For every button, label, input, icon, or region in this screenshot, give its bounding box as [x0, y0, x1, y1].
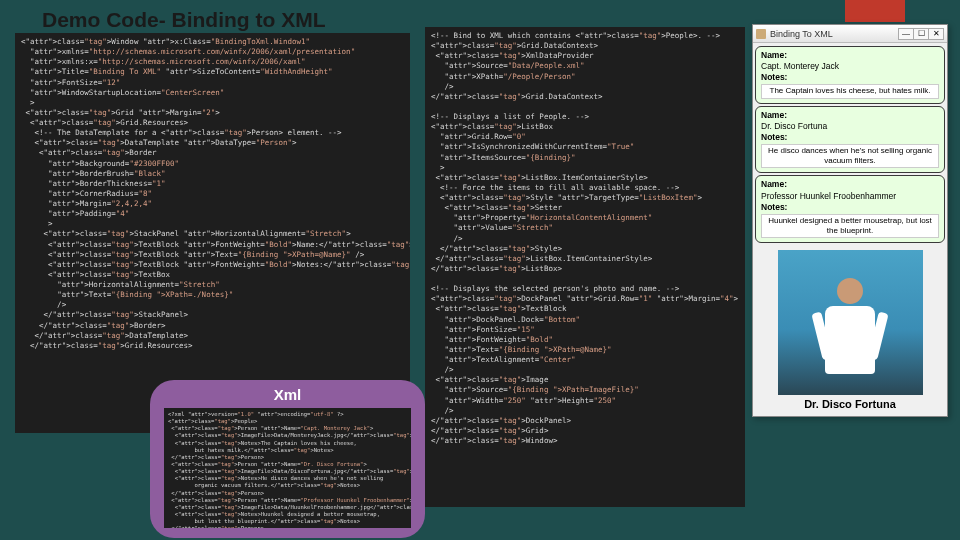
list-item[interactable]: Name: Capt. Monterey Jack Notes: The Cap…: [755, 46, 945, 104]
selected-person-caption: Dr. Disco Fortuna: [753, 398, 947, 410]
list-item[interactable]: Name: Professor Huunkel Froobenhammer No…: [755, 175, 945, 243]
notes-label: Notes:: [761, 72, 939, 83]
titlebar: Binding To XML — ☐ ✕: [753, 25, 947, 43]
person-name: Capt. Monterey Jack: [761, 61, 939, 72]
accent-bar: [845, 0, 905, 22]
window-title: Binding To XML: [770, 29, 899, 39]
xml-callout: Xml <?xml "attr">version="1.0" "attr">en…: [150, 380, 425, 538]
name-label: Name:: [761, 50, 939, 61]
selected-person-panel: Dr. Disco Fortuna: [753, 250, 947, 416]
notes-label: Notes:: [761, 202, 939, 213]
slide-title: Demo Code- Binding to XML: [42, 8, 325, 32]
person-name: Professor Huunkel Froobenhammer: [761, 191, 939, 202]
close-button[interactable]: ✕: [928, 28, 944, 40]
people-listbox[interactable]: Name: Capt. Monterey Jack Notes: The Cap…: [753, 43, 947, 246]
maximize-button[interactable]: ☐: [913, 28, 929, 40]
minimize-button[interactable]: —: [898, 28, 914, 40]
demo-app-window: Binding To XML — ☐ ✕ Name: Capt. Montere…: [752, 24, 948, 417]
list-item[interactable]: Name: Dr. Disco Fortuna Notes: He disco …: [755, 106, 945, 174]
xml-callout-label: Xml: [274, 386, 302, 403]
name-label: Name:: [761, 179, 939, 190]
person-name: Dr. Disco Fortuna: [761, 121, 939, 132]
xaml-code-right: <!-- Bind to XML which contains <"attr">…: [425, 27, 745, 507]
notes-input[interactable]: He disco dances when he's not selling or…: [761, 144, 939, 169]
person-photo: [778, 250, 923, 395]
name-label: Name:: [761, 110, 939, 121]
notes-input[interactable]: The Captain loves his cheese, but hates …: [761, 84, 939, 98]
notes-label: Notes:: [761, 132, 939, 143]
xml-source-code: <?xml "attr">version="1.0" "attr">encodi…: [164, 408, 411, 528]
window-icon: [756, 29, 766, 39]
xaml-code-left: <"attr">class="tag">Window "attr">x:Clas…: [15, 33, 410, 433]
notes-input[interactable]: Huunkel designed a better mousetrap, but…: [761, 214, 939, 239]
